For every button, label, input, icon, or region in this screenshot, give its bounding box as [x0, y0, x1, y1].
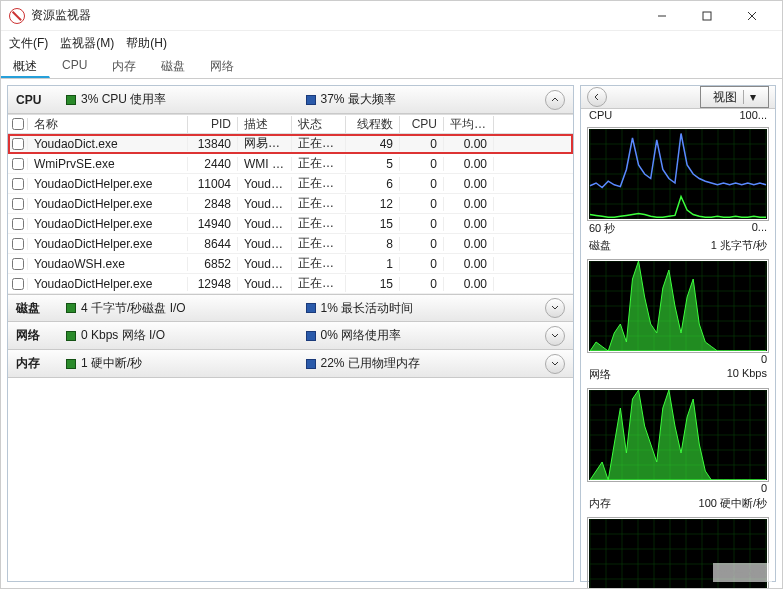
cpu-section-header[interactable]: CPU 3% CPU 使用率 37% 最大频率 [8, 86, 573, 114]
graph-title: 磁盘 [589, 238, 611, 253]
square-blue-icon [306, 95, 316, 105]
cell-cpu: 0 [400, 257, 444, 271]
cell-pid: 13840 [188, 137, 238, 151]
right-pane-header: 视图 ▾ [581, 86, 775, 109]
cell-threads: 15 [346, 217, 400, 231]
left-pane: CPU 3% CPU 使用率 37% 最大频率 名称 PID 描述 状态 线程数… [7, 85, 574, 582]
cell-cpu: 0 [400, 217, 444, 231]
graph-title: 网络 [589, 367, 611, 382]
network-usage-text: 0% 网络使用率 [321, 327, 402, 344]
col-status[interactable]: 状态 [292, 116, 346, 133]
expand-button[interactable] [545, 326, 565, 346]
cell-threads: 12 [346, 197, 400, 211]
row-checkbox[interactable] [12, 198, 24, 210]
chevron-down-icon: ▾ [743, 90, 756, 104]
table-row[interactable]: YoudaoDict.exe13840网易有...正在运行4900.00 [8, 134, 573, 154]
graph-scale: 100... [739, 109, 767, 121]
select-all-checkbox[interactable] [12, 118, 24, 130]
graph-foot-right: 0 [761, 482, 767, 494]
memory-section-header[interactable]: 内存 1 硬中断/秒 22% 已用物理内存 [8, 350, 573, 378]
app-icon [9, 8, 25, 24]
cell-threads: 15 [346, 277, 400, 291]
tabset: 概述 CPU 内存 磁盘 网络 [1, 55, 782, 79]
cell-avg: 0.00 [444, 257, 494, 271]
square-blue-icon [306, 331, 316, 341]
cell-pid: 14940 [188, 217, 238, 231]
cell-name: YoudaoWSH.exe [28, 257, 188, 271]
view-button[interactable]: 视图 ▾ [700, 86, 769, 108]
cell-desc: 网易有... [238, 135, 292, 152]
menubar: 文件(F) 监视器(M) 帮助(H) [1, 31, 782, 55]
square-green-icon [66, 359, 76, 369]
cell-name: YoudaoDict.exe [28, 137, 188, 151]
cell-threads: 5 [346, 157, 400, 171]
watermark: php中文网 [713, 563, 772, 582]
menu-monitor[interactable]: 监视器(M) [60, 35, 114, 52]
graph-foot-left: 60 秒 [589, 221, 615, 236]
row-checkbox[interactable] [12, 178, 24, 190]
menu-file[interactable]: 文件(F) [9, 35, 48, 52]
graph-foot-right: 0... [752, 221, 767, 236]
maximize-button[interactable] [684, 1, 729, 31]
collapse-button[interactable] [545, 90, 565, 110]
row-checkbox[interactable] [12, 238, 24, 250]
row-checkbox[interactable] [12, 138, 24, 150]
row-checkbox[interactable] [12, 258, 24, 270]
row-checkbox[interactable] [12, 278, 24, 290]
disk-active-text: 1% 最长活动时间 [321, 300, 414, 317]
tab-cpu[interactable]: CPU [50, 55, 100, 78]
cell-status: 正在运行 [292, 135, 346, 152]
table-row[interactable]: YoudaoDictHelper.exe14940Youda...正在运行150… [8, 214, 573, 234]
col-avg[interactable]: 平均 C... [444, 116, 494, 133]
cell-avg: 0.00 [444, 277, 494, 291]
col-name[interactable]: 名称 [28, 116, 188, 133]
graph-canvas [589, 390, 767, 480]
network-label: 网络 [16, 327, 56, 344]
tab-network[interactable]: 网络 [198, 55, 247, 78]
disk-section-header[interactable]: 磁盘 4 千字节/秒磁盘 I/O 1% 最长活动时间 [8, 294, 573, 322]
minimize-button[interactable] [639, 1, 684, 31]
expand-button[interactable] [545, 298, 565, 318]
graph-box [587, 127, 769, 221]
col-threads[interactable]: 线程数 [346, 116, 400, 133]
row-checkbox[interactable] [12, 158, 24, 170]
tab-memory[interactable]: 内存 [100, 55, 149, 78]
graph-scale: 10 Kbps [727, 367, 767, 382]
expand-button[interactable] [545, 354, 565, 374]
square-green-icon [66, 95, 76, 105]
col-cpu[interactable]: CPU [400, 117, 444, 131]
table-row[interactable]: YoudaoDictHelper.exe12948Youda...正在运行150… [8, 274, 573, 294]
square-green-icon [66, 303, 76, 313]
collapse-right-button[interactable] [587, 87, 607, 107]
cell-desc: Youda... [238, 197, 292, 211]
cell-status: 正在运行 [292, 215, 346, 232]
cell-desc: Youda... [238, 177, 292, 191]
table-row[interactable]: YoudaoDictHelper.exe11004Youda...正在运行600… [8, 174, 573, 194]
cell-avg: 0.00 [444, 217, 494, 231]
close-button[interactable] [729, 1, 774, 31]
process-table-header: 名称 PID 描述 状态 线程数 CPU 平均 C... [8, 114, 573, 134]
table-row[interactable]: WmiPrvSE.exe2440WMI P...正在运行500.00 [8, 154, 573, 174]
col-desc[interactable]: 描述 [238, 116, 292, 133]
tab-disk[interactable]: 磁盘 [149, 55, 198, 78]
col-pid[interactable]: PID [188, 117, 238, 131]
tab-overview[interactable]: 概述 [1, 55, 50, 78]
table-row[interactable]: YoudaoWSH.exe6852Youda...正在运行100.00 [8, 254, 573, 274]
square-green-icon [66, 331, 76, 341]
cell-cpu: 0 [400, 197, 444, 211]
table-row[interactable]: YoudaoDictHelper.exe8644Youda...正在运行800.… [8, 234, 573, 254]
right-pane: 视图 ▾ CPU100...60 秒0...磁盘1 兆字节/秒0网络10 Kbp… [580, 85, 776, 582]
cell-desc: Youda... [238, 217, 292, 231]
cell-desc: WMI P... [238, 157, 292, 171]
memory-used-text: 22% 已用物理内存 [321, 355, 420, 372]
cell-pid: 2440 [188, 157, 238, 171]
table-row[interactable]: YoudaoDictHelper.exe2848Youda...正在运行1200… [8, 194, 573, 214]
cpu-label: CPU [16, 93, 56, 107]
cell-name: YoudaoDictHelper.exe [28, 277, 188, 291]
row-checkbox[interactable] [12, 218, 24, 230]
cell-cpu: 0 [400, 277, 444, 291]
network-section-header[interactable]: 网络 0 Kbps 网络 I/O 0% 网络使用率 [8, 322, 573, 350]
cell-threads: 8 [346, 237, 400, 251]
graph-box [587, 259, 769, 353]
menu-help[interactable]: 帮助(H) [126, 35, 167, 52]
